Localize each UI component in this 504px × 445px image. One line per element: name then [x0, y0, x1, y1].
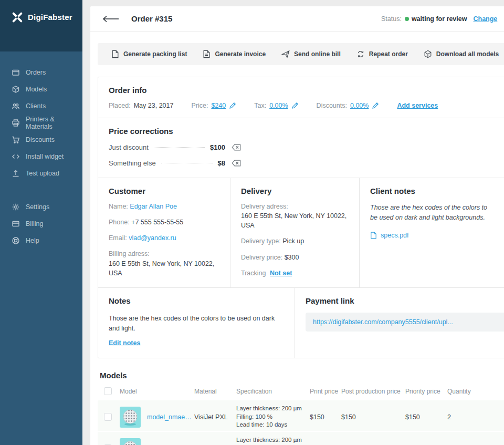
edit-discounts-pencil-icon[interactable]	[372, 102, 379, 109]
table-row: ball.stl VisiJet PXL Layer thickness: 20…	[98, 431, 504, 445]
tracking-not-set-link[interactable]: Not set	[270, 270, 292, 277]
discounts-icon	[12, 136, 20, 144]
sidebar-item-discounts[interactable]: Discounts	[12, 131, 82, 148]
correction-amount: $100	[210, 143, 225, 151]
sidebar-item-label: Install widget	[26, 153, 64, 160]
edit-notes-link[interactable]: Edit notes	[109, 339, 140, 347]
repeat-icon	[356, 50, 365, 58]
price-field: Price: $240	[191, 102, 236, 109]
tool-label: Download all models	[436, 50, 499, 58]
printer-icon	[12, 119, 20, 127]
notes-payment-row: Notes Those are the hex codes of the col…	[98, 287, 504, 358]
edit-tax-pencil-icon[interactable]	[291, 102, 299, 109]
toolbar-wrap: Generate packing list Generate invoice S…	[90, 32, 504, 65]
sidebar-spacer	[12, 182, 82, 199]
model-thumbnail[interactable]	[120, 438, 141, 445]
spec-line: Layer thickness: 200 µm	[236, 405, 302, 411]
column-post-production-price: Post production price	[341, 388, 405, 395]
sidebar-item-test-upload[interactable]: Test upload	[12, 165, 82, 182]
row-checkbox[interactable]	[104, 413, 112, 421]
edit-price-pencil-icon[interactable]	[229, 102, 236, 109]
name-label: Name:	[109, 203, 128, 210]
remove-correction-icon[interactable]	[232, 160, 241, 167]
customer-phone-row: Phone: +7 555 555-55-55	[109, 218, 219, 227]
quantity-cell: 2	[447, 413, 475, 421]
sidebar: DigiFabster Orders Models Clients Printe…	[0, 0, 82, 445]
repeat-order-button[interactable]: Repeat order	[356, 50, 408, 58]
sidebar-item-label: Billing	[26, 220, 43, 227]
sidebar-nav: Orders Models Clients Printers & Materia…	[0, 51, 82, 249]
download-all-models-button[interactable]: Download all models	[424, 50, 499, 58]
correction-amount: $8	[218, 159, 225, 167]
delivery-price-row: Delivery price: $300	[241, 253, 349, 262]
payment-link-field[interactable]: https://digifabster.com/company5555/clie…	[306, 313, 504, 332]
spec-line: Filling: 100 %	[236, 413, 272, 420]
generate-invoice-button[interactable]: Generate invoice	[203, 50, 266, 58]
sidebar-item-help[interactable]: Help	[12, 232, 82, 249]
change-status-link[interactable]: Change	[473, 15, 497, 23]
status-area: Status: waiting for review Change Paid o…	[381, 15, 504, 23]
status-label: Status:	[381, 15, 402, 23]
placed-field: Placed: May 23, 2017	[109, 102, 173, 109]
specs-pdf-link[interactable]: specs.pdf	[370, 232, 504, 239]
sidebar-item-billing[interactable]: Billing	[12, 215, 82, 232]
generate-packing-list-button[interactable]: Generate packing list	[111, 50, 187, 58]
models-section: Models Model Material Specification Prin…	[98, 371, 504, 445]
models-table-body: model_nmaeba... VisiJet PXL Layer thickn…	[98, 400, 504, 445]
column-specification: Specification	[236, 388, 310, 395]
column-material: Material	[194, 388, 236, 395]
client-notes-title: Client notes	[370, 187, 504, 195]
page-title: Order #315	[131, 14, 172, 23]
orders-icon	[12, 68, 20, 77]
price-cell: $150	[475, 413, 504, 421]
model-thumbnail[interactable]	[120, 407, 141, 428]
priority-price-cell: $150	[405, 413, 447, 421]
price-value[interactable]: $240	[211, 102, 226, 109]
tracking-label: Tracking	[241, 270, 266, 277]
sidebar-item-install-widget[interactable]: Install widget	[12, 148, 82, 165]
placed-label: Placed:	[109, 102, 131, 109]
sidebar-item-settings[interactable]: Settings	[12, 199, 82, 215]
discounts-label: Discounts:	[317, 102, 347, 109]
order-card: Order #315 Status: waiting for review Ch…	[90, 6, 504, 445]
email-label: Email:	[109, 234, 127, 242]
models-table-header: Model Material Specification Print price…	[98, 380, 504, 400]
digifabster-logo-icon	[12, 12, 23, 23]
sidebar-item-printers-materials[interactable]: Printers & Materials	[12, 115, 82, 131]
back-arrow-icon[interactable]	[102, 15, 120, 23]
phone-label: Phone:	[109, 219, 130, 226]
customer-name-link[interactable]: Edgar Allan Poe	[130, 203, 177, 210]
models-icon	[12, 85, 20, 94]
upload-icon	[12, 169, 20, 178]
column-quantity: Quantity	[447, 388, 475, 395]
sidebar-item-models[interactable]: Models	[12, 81, 82, 98]
discounts-value[interactable]: 0.00%	[350, 102, 369, 109]
sidebar-item-orders[interactable]: Orders	[12, 64, 82, 81]
order-info-section: Order info Placed: May 23, 2017 Price: $…	[98, 77, 504, 118]
model-name-link[interactable]: model_nmaeba...	[147, 413, 194, 421]
dotted-leader	[154, 147, 205, 148]
status-value: waiting for review	[412, 15, 467, 23]
customer-name-row: Name: Edgar Allan Poe	[109, 202, 219, 211]
notes-text: Those are the hex codes of the colors to…	[109, 314, 284, 334]
tax-value[interactable]: 0.00%	[269, 102, 288, 109]
remove-correction-icon[interactable]	[232, 144, 241, 151]
sidebar-item-label: Discounts	[26, 136, 55, 143]
main-content: Order #315 Status: waiting for review Ch…	[82, 0, 504, 445]
add-services-link[interactable]: Add services	[397, 102, 438, 109]
sidebar-item-clients[interactable]: Clients	[12, 98, 82, 115]
discounts-field: Discounts: 0.00%	[317, 102, 380, 109]
model-cell: ball.stl	[120, 438, 194, 445]
payment-link-title: Payment link	[306, 296, 504, 305]
notes-title: Notes	[109, 296, 284, 305]
dotted-leader	[161, 163, 213, 163]
delivery-title: Delivery	[241, 187, 349, 195]
sidebar-item-label: Help	[26, 237, 39, 244]
customer-email-link[interactable]: vlad@yandex.ru	[129, 234, 176, 242]
specs-pdf-label: specs.pdf	[381, 232, 409, 239]
logo[interactable]: DigiFabster	[0, 0, 82, 51]
model-cell: model_nmaeba...	[120, 407, 194, 428]
send-online-bill-button[interactable]: Send online bill	[281, 50, 341, 58]
select-all-checkbox[interactable]	[104, 387, 112, 395]
help-lifebuoy-icon	[12, 236, 20, 245]
